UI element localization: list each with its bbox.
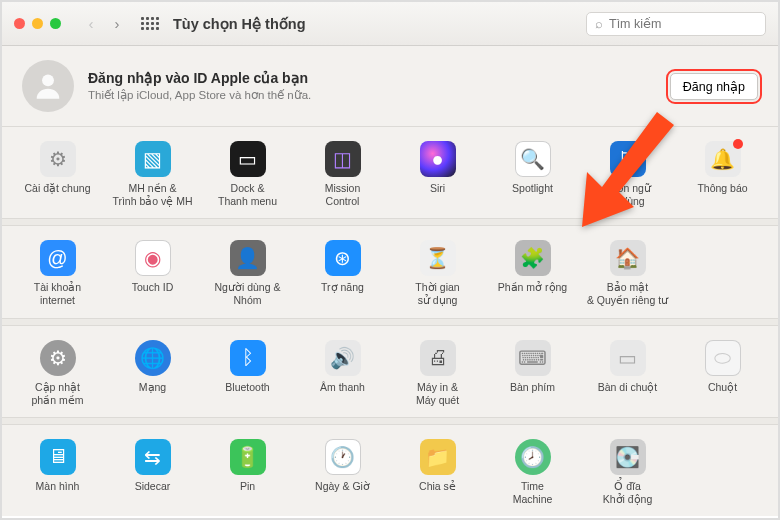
show-all-icon[interactable] [141,17,159,30]
spotlight-icon: 🔍 [515,141,551,177]
pane-datetime[interactable]: 🕐Ngày & Giờ [295,435,390,510]
apple-id-banner: Đăng nhập vào ID Apple của bạn Thiết lập… [2,46,778,127]
pane-label: Tài khoản internet [34,281,81,307]
pane-label: Bảo mật & Quyền riêng tư [587,281,668,307]
pane-label: Phần mở rộng [498,281,567,307]
forward-button[interactable]: › [107,14,127,34]
pane-security[interactable]: 🏠Bảo mật & Quyền riêng tư [580,236,675,311]
pane-startup[interactable]: 💽Ổ đĩa Khởi động [580,435,675,510]
minimize-icon[interactable] [32,18,43,29]
pane-label: Chuột [708,381,737,407]
signin-subtext: Thiết lập iCloud, App Store và hơn thế n… [88,88,311,102]
screentime-icon: ⏳ [420,240,456,276]
search-field[interactable]: ⌕ [586,12,766,36]
pane-label: Time Machine [513,480,553,506]
pane-sound[interactable]: 🔊Âm thanh [295,336,390,411]
language-icon: 🏳 [610,141,646,177]
security-icon: 🏠 [610,240,646,276]
update-icon: ⚙ [40,340,76,376]
pane-desktop[interactable]: ▧MH nền & Trình bảo vệ MH [105,137,200,212]
pane-bluetooth[interactable]: ᛒBluetooth [200,336,295,411]
pane-language[interactable]: 🏳Ngôn ngữ & Vùng [580,137,675,212]
internet-icon: @ [40,240,76,276]
pane-battery[interactable]: 🔋Pin [200,435,295,510]
general-icon: ⚙ [40,141,76,177]
pane-timemachine[interactable]: 🕗Time Machine [485,435,580,510]
back-button[interactable]: ‹ [81,14,101,34]
window-controls [14,18,61,29]
toolbar: ‹ › Tùy chọn Hệ thống ⌕ [2,2,778,46]
accessibility-icon: ⊛ [325,240,361,276]
sharing-icon: 📁 [420,439,456,475]
pane-label: Pin [240,480,255,506]
pane-label: Chia sẻ [419,480,456,506]
pane-mouse[interactable]: ⬭Chuột [675,336,770,411]
dock-icon: ▭ [230,141,266,177]
pane-keyboard[interactable]: ⌨Bàn phím [485,336,580,411]
pane-label: Cài đặt chung [25,182,91,208]
pane-accessibility[interactable]: ⊛Trợ năng [295,236,390,311]
pane-label: Thông báo [697,182,747,208]
battery-icon: 🔋 [230,439,266,475]
pane-label: Máy in & Máy quét [416,381,459,407]
pane-screentime[interactable]: ⏳Thời gian sử dụng [390,236,485,311]
pane-label: Sidecar [135,480,171,506]
pane-update[interactable]: ⚙Cập nhật phần mềm [10,336,105,411]
mission-icon: ◫ [325,141,361,177]
keyboard-icon: ⌨ [515,340,551,376]
preference-panes: ⚙Cài đặt chung▧MH nền & Trình bảo vệ MH▭… [2,127,778,516]
mouse-icon: ⬭ [705,340,741,376]
pane-label: Màn hình [36,480,80,506]
datetime-icon: 🕐 [325,439,361,475]
users-icon: 👤 [230,240,266,276]
notifications-icon: 🔔 [705,141,741,177]
pane-users[interactable]: 👤Người dùng & Nhóm [200,236,295,311]
pane-siri[interactable]: ●Siri [390,137,485,212]
extensions-icon: 🧩 [515,240,551,276]
pane-dock[interactable]: ▭Dock & Thanh menu [200,137,295,212]
pane-label: Siri [430,182,445,208]
pane-sharing[interactable]: 📁Chia sẻ [390,435,485,510]
search-icon: ⌕ [595,16,603,31]
pane-label: Mạng [139,381,166,407]
svg-point-0 [42,74,54,86]
pane-general[interactable]: ⚙Cài đặt chung [10,137,105,212]
search-input[interactable] [609,17,766,31]
pane-printers[interactable]: 🖨Máy in & Máy quét [390,336,485,411]
zoom-icon[interactable] [50,18,61,29]
pane-label: Người dùng & Nhóm [215,281,281,307]
startup-icon: 💽 [610,439,646,475]
signin-button[interactable]: Đăng nhập [670,73,758,100]
pane-touchid[interactable]: ◉Touch ID [105,236,200,311]
pane-label: Ổ đĩa Khởi động [603,480,653,506]
sidecar-icon: ⇆ [135,439,171,475]
pane-label: MH nền & Trình bảo vệ MH [112,182,192,208]
pane-displays[interactable]: 🖥Màn hình [10,435,105,510]
nav-buttons: ‹ › [81,14,127,34]
pane-notifications[interactable]: 🔔Thông báo [675,137,770,212]
badge-icon [733,139,743,149]
pane-label: Thời gian sử dụng [415,281,459,307]
window-title: Tùy chọn Hệ thống [173,16,306,32]
pane-network[interactable]: 🌐Mạng [105,336,200,411]
pane-sidecar[interactable]: ⇆Sidecar [105,435,200,510]
printers-icon: 🖨 [420,340,456,376]
pane-label: Bàn di chuột [598,381,658,407]
pane-label: Cập nhật phần mềm [32,381,84,407]
pane-internet[interactable]: @Tài khoản internet [10,236,105,311]
pane-spotlight[interactable]: 🔍Spotlight [485,137,580,212]
pane-label: Spotlight [512,182,553,208]
network-icon: 🌐 [135,340,171,376]
pane-extensions[interactable]: 🧩Phần mở rộng [485,236,580,311]
signin-heading: Đăng nhập vào ID Apple của bạn [88,70,311,86]
pane-mission[interactable]: ◫Mission Control [295,137,390,212]
pane-label: Trợ năng [321,281,364,307]
pane-label: Mission Control [325,182,361,208]
pane-trackpad[interactable]: ▭Bàn di chuột [580,336,675,411]
displays-icon: 🖥 [40,439,76,475]
pane-label: Ngày & Giờ [315,480,370,506]
close-icon[interactable] [14,18,25,29]
pane-label: Dock & Thanh menu [218,182,277,208]
timemachine-icon: 🕗 [515,439,551,475]
siri-icon: ● [420,141,456,177]
